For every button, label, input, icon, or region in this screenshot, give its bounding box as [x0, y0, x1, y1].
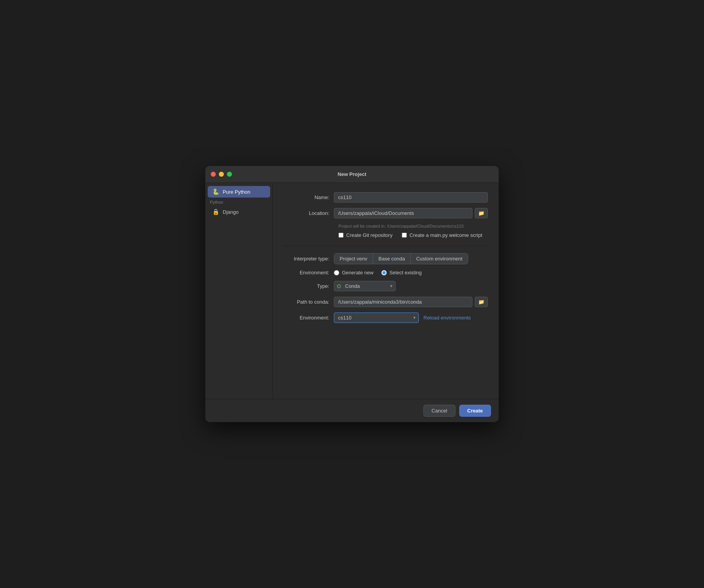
create-button[interactable]: Create [459, 405, 491, 417]
tab-project-venv[interactable]: Project venv [334, 253, 373, 264]
create-git-checkbox[interactable] [338, 233, 344, 238]
generate-new-radio-label[interactable]: Generate new [334, 270, 374, 275]
sidebar-item-label: Pure Python [223, 189, 250, 195]
folder-browse-icon: 📁 [478, 299, 484, 305]
type-select[interactable]: Conda Virtualenv Pipenv [334, 281, 396, 291]
folder-icon: 📁 [478, 210, 484, 216]
new-project-window: New Project 🐍 Pure Python Python 🔒 Djang… [205, 166, 499, 422]
generate-new-label: Generate new [342, 270, 374, 275]
environment-radio-group: Generate new Select existing [334, 270, 422, 275]
path-label: Path to conda: [284, 299, 334, 305]
select-existing-label: Select existing [389, 270, 422, 275]
name-input[interactable] [334, 192, 488, 203]
sidebar-item-django[interactable]: 🔒 Django [208, 206, 270, 218]
environment-radio-row: Environment: Generate new Select existin… [284, 270, 488, 275]
location-input[interactable] [334, 208, 472, 218]
name-row: Name: [284, 192, 488, 203]
traffic-lights [211, 172, 232, 177]
footer: Cancel Create [205, 399, 499, 422]
python-icon: 🐍 [212, 188, 220, 195]
name-label: Name: [284, 194, 334, 200]
checkboxes-row: Create Git repository Create a main.py w… [284, 232, 488, 238]
sidebar: 🐍 Pure Python Python 🔒 Django [205, 183, 273, 399]
interpreter-label: Interpreter type: [284, 256, 334, 262]
maximize-button[interactable] [227, 172, 232, 177]
create-main-label: Create a main.py welcome script [410, 232, 482, 238]
path-input-wrapper: 📁 [334, 297, 488, 307]
window-title: New Project [338, 171, 366, 177]
close-button[interactable] [211, 172, 216, 177]
interpreter-type-row: Interpreter type: Project venv Base cond… [284, 253, 488, 264]
env-select-container: cs110 base ▾ [334, 313, 419, 323]
type-label: Type: [284, 283, 334, 289]
create-main-checkbox-label[interactable]: Create a main.py welcome script [402, 232, 482, 238]
reload-environments-link[interactable]: Reload environments [423, 315, 471, 321]
sidebar-item-django-label: Django [223, 209, 239, 215]
tab-base-conda[interactable]: Base conda [373, 253, 411, 264]
env-select[interactable]: cs110 base [334, 313, 419, 323]
create-git-checkbox-label[interactable]: Create Git repository [338, 232, 393, 238]
minimize-button[interactable] [219, 172, 224, 177]
location-label: Location: [284, 210, 334, 216]
generate-new-radio[interactable] [334, 270, 339, 275]
interpreter-tab-group: Project venv Base conda Custom environme… [334, 253, 468, 264]
sidebar-section-label: Python [205, 198, 272, 206]
location-browse-button[interactable]: 📁 [475, 208, 488, 218]
location-row-content: 📁 [334, 208, 488, 218]
environment-radio-label: Environment: [284, 270, 334, 275]
sidebar-item-pure-python[interactable]: 🐍 Pure Python [208, 186, 270, 198]
project-hint: Project will be created in: /Users/zappa… [284, 224, 488, 228]
select-existing-radio[interactable] [381, 270, 387, 275]
divider [284, 246, 488, 246]
env-select-row: Environment: cs110 base ▾ Reload environ… [284, 313, 488, 323]
create-main-checkbox[interactable] [402, 233, 407, 238]
tab-custom-env[interactable]: Custom environment [411, 253, 468, 264]
env-select-wrapper: cs110 base ▾ Reload environments [334, 313, 488, 323]
path-input[interactable] [334, 297, 472, 307]
type-select-container: Conda Virtualenv Pipenv ▾ [334, 281, 396, 291]
env-select-label: Environment: [284, 315, 334, 321]
titlebar: New Project [205, 166, 499, 183]
main-content: Name: Location: 📁 Project will be create… [273, 183, 499, 399]
window-body: 🐍 Pure Python Python 🔒 Django Name: Loca… [205, 183, 499, 399]
location-row: Location: 📁 [284, 208, 488, 218]
type-row: Type: Conda Virtualenv Pipenv ▾ [284, 281, 488, 291]
path-browse-button[interactable]: 📁 [475, 297, 488, 307]
create-git-label: Create Git repository [346, 232, 393, 238]
select-existing-radio-label[interactable]: Select existing [381, 270, 422, 275]
path-row: Path to conda: 📁 [284, 297, 488, 307]
django-icon: 🔒 [212, 208, 220, 215]
cancel-button[interactable]: Cancel [423, 405, 455, 417]
